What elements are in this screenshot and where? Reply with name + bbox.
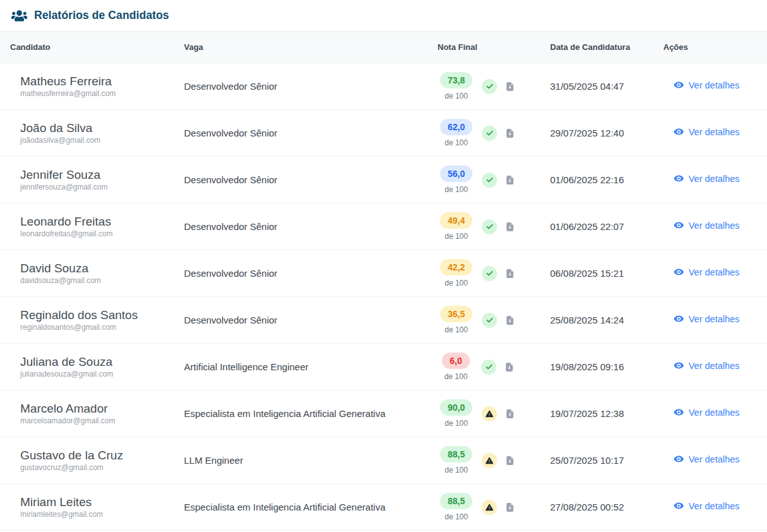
file-download-icon[interactable] <box>506 176 513 184</box>
table-row: Marcelo Amador marceloamador@gmail.com E… <box>0 390 767 437</box>
candidate-email: miriamleites@gmail.com <box>20 510 174 519</box>
candidate-reports-page: Relatórios de Candidatos Candidato Vaga … <box>0 0 767 531</box>
candidate-cell: Matheus Ferreira matheusferreira@gmail.c… <box>0 75 174 99</box>
check-circle-icon <box>482 79 497 94</box>
final-score: 62,0 de 100 <box>440 119 472 147</box>
candidate-email: jennifersouza@gmail.com <box>20 183 174 191</box>
eye-icon <box>673 267 684 277</box>
view-details-link[interactable]: Ver detalhes <box>673 126 740 137</box>
file-download-icon[interactable] <box>506 316 513 325</box>
candidate-email: matheusferreira@gmail.com <box>20 89 174 98</box>
application-date: 19/07/2025 12:38 <box>540 408 653 419</box>
table-row: Matheus Ferreira matheusferreira@gmail.c… <box>0 63 767 110</box>
job-title: Desenvolvedor Sênior <box>174 174 427 185</box>
score-cell: 6,0 de 100 <box>427 353 540 381</box>
view-details-link[interactable]: Ver detalhes <box>673 313 740 324</box>
candidate-name: Juliana de Souza <box>20 355 174 369</box>
view-details-label: Ver detalhes <box>689 454 740 464</box>
score-scale: de 100 <box>445 232 468 241</box>
score-badge: 42,2 <box>440 259 472 275</box>
application-date: 19/08/2025 09:16 <box>540 361 653 372</box>
warning-triangle-icon <box>482 500 497 515</box>
table-header: Candidato Vaga Nota Final Data de Candid… <box>0 32 767 63</box>
check-circle-icon <box>482 172 497 188</box>
job-title: Desenvolvedor Sênior <box>174 221 427 232</box>
job-title: Desenvolvedor Sênior <box>174 315 427 325</box>
job-title: Desenvolvedor Sênior <box>174 128 427 138</box>
score-badge: 36,5 <box>440 306 472 322</box>
file-download-icon[interactable] <box>506 456 513 465</box>
eye-icon <box>673 220 684 231</box>
actions-cell: Ver detalhes <box>653 313 767 327</box>
view-details-link[interactable]: Ver detalhes <box>673 407 740 418</box>
eye-icon <box>673 454 684 464</box>
file-download-icon[interactable] <box>506 409 513 418</box>
application-date: 25/08/2025 14:24 <box>540 315 653 325</box>
final-score: 88,5 de 100 <box>440 446 472 475</box>
score-badge: 49,4 <box>440 212 472 229</box>
candidate-name: Reginaldo dos Santos <box>20 308 174 322</box>
actions-cell: Ver detalhes <box>653 80 767 93</box>
page-title: Relatórios de Candidatos <box>34 9 169 22</box>
file-download-icon[interactable] <box>506 269 513 278</box>
final-score: 73,8 de 100 <box>440 72 472 100</box>
file-download-icon[interactable] <box>506 503 513 512</box>
score-scale: de 100 <box>445 279 468 287</box>
job-title: Especialista em Inteligencia Artificial … <box>174 408 427 419</box>
candidate-cell: Marcelo Amador marceloamador@gmail.com <box>0 402 174 426</box>
score-cell: 90,0 de 100 <box>427 399 540 428</box>
view-details-label: Ver detalhes <box>689 174 740 184</box>
view-details-label: Ver detalhes <box>689 314 740 324</box>
candidate-cell: Reginaldo dos Santos reginaldosantos@gma… <box>0 308 174 332</box>
eye-icon <box>673 407 684 418</box>
view-details-link[interactable]: Ver detalhes <box>673 267 740 277</box>
application-date: 27/08/2025 00:52 <box>540 502 653 512</box>
score-badge: 73,8 <box>440 72 472 88</box>
view-details-label: Ver detalhes <box>689 408 740 418</box>
candidate-name: Leonardo Freitas <box>20 215 174 229</box>
candidate-name: Matheus Ferreira <box>20 75 174 88</box>
view-details-label: Ver detalhes <box>689 127 740 137</box>
eye-icon <box>673 360 684 371</box>
candidate-cell: Juliana de Souza julianadesouza@gmail.co… <box>0 355 174 379</box>
view-details-link[interactable]: Ver detalhes <box>673 80 740 90</box>
candidate-name: Marcelo Amador <box>20 402 174 416</box>
table-row: Leonardo Freitas leonardofreitas@gmail.c… <box>0 203 767 250</box>
candidate-cell: João da Silva joãodasilva@gmail.com <box>0 121 174 145</box>
view-details-label: Ver detalhes <box>689 221 740 231</box>
score-badge: 88,5 <box>440 446 472 462</box>
view-details-link[interactable]: Ver detalhes <box>673 360 740 371</box>
view-details-link[interactable]: Ver detalhes <box>673 500 740 511</box>
job-title: LLM Engineer <box>174 455 427 466</box>
score-scale: de 100 <box>445 138 468 147</box>
table-row: Jennifer Souza jennifersouza@gmail.com D… <box>0 157 767 203</box>
actions-cell: Ver detalhes <box>653 126 767 140</box>
check-circle-icon <box>482 313 497 328</box>
actions-cell: Ver detalhes <box>653 173 767 186</box>
score-scale: de 100 <box>445 92 468 100</box>
final-score: 49,4 de 100 <box>440 212 472 241</box>
application-date: 31/05/2025 04:47 <box>540 81 653 92</box>
warning-triangle-icon <box>482 406 497 421</box>
view-details-link[interactable]: Ver detalhes <box>673 220 740 231</box>
view-details-link[interactable]: Ver detalhes <box>673 173 740 184</box>
view-details-label: Ver detalhes <box>689 267 740 277</box>
check-circle-icon <box>481 360 496 375</box>
users-icon <box>11 9 27 22</box>
score-scale: de 100 <box>445 325 468 334</box>
candidate-name: João da Silva <box>20 121 174 135</box>
file-download-icon[interactable] <box>506 82 513 91</box>
column-header-vaga: Vaga <box>174 42 427 52</box>
view-details-link[interactable]: Ver detalhes <box>673 454 740 464</box>
score-badge: 90,0 <box>440 399 472 416</box>
candidate-email: gustavocruz@gmail.com <box>20 463 174 472</box>
file-download-icon[interactable] <box>506 222 513 231</box>
candidate-name: Gustavo de la Cruz <box>20 449 174 462</box>
column-header-nota-final: Nota Final <box>427 42 540 52</box>
table-row: Reginaldo dos Santos reginaldosantos@gma… <box>0 297 767 344</box>
file-download-icon[interactable] <box>506 363 513 372</box>
job-title: Especialista em Inteligencia Artificial … <box>174 502 427 512</box>
application-date: 29/07/2025 12:40 <box>540 128 653 138</box>
file-download-icon[interactable] <box>506 129 513 138</box>
final-score: 36,5 de 100 <box>440 306 472 334</box>
